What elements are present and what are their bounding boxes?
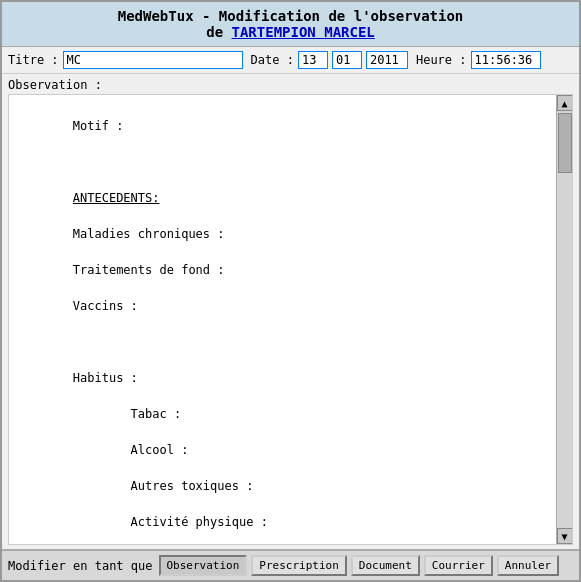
scrollbar-up-button[interactable]: ▲ — [557, 95, 573, 111]
obs-motif: Motif : — [73, 119, 124, 133]
scrollbar-track: ▲ ▼ — [556, 95, 572, 544]
title-line1: MedWebTux - Modification de l'observatio… — [6, 8, 575, 24]
obs-traitements-fond: Traitements de fond : — [73, 263, 225, 277]
form-row: Titre : Date : Heure : — [2, 47, 579, 74]
main-window: MedWebTux - Modification de l'observatio… — [0, 0, 581, 582]
patient-name-link[interactable]: TARTEMPION MARCEL — [232, 24, 375, 40]
obs-alcool: Alcool : — [73, 443, 189, 457]
date-year-input[interactable] — [366, 51, 408, 69]
obs-tabac: Tabac : — [73, 407, 181, 421]
title-bar: MedWebTux - Modification de l'observatio… — [2, 2, 579, 47]
obs-activite: Activité physique : — [73, 515, 268, 529]
titre-input[interactable] — [63, 51, 243, 69]
observation-button[interactable]: Observation — [159, 555, 248, 576]
date-group: Date : — [251, 51, 408, 69]
modifier-label: Modifier en tant que — [8, 559, 153, 573]
annuler-button[interactable]: Annuler — [497, 555, 559, 576]
titre-group: Titre : — [8, 51, 243, 69]
date-label: Date : — [251, 53, 294, 67]
observation-area: Observation : Motif : ANTECEDENTS: Malad… — [2, 74, 579, 549]
title-line2: de TARTEMPION MARCEL — [6, 24, 575, 40]
heure-input[interactable] — [471, 51, 541, 69]
date-month-input[interactable] — [332, 51, 362, 69]
heure-group: Heure : — [416, 51, 541, 69]
titre-label: Titre : — [8, 53, 59, 67]
heure-label: Heure : — [416, 53, 467, 67]
observation-scroll-container: Motif : ANTECEDENTS: Maladies chroniques… — [8, 94, 573, 545]
observation-label: Observation : — [8, 78, 573, 92]
prescription-button[interactable]: Prescription — [251, 555, 346, 576]
obs-toxiques: Autres toxiques : — [73, 479, 254, 493]
scrollbar-down-button[interactable]: ▼ — [557, 528, 573, 544]
obs-vaccins: Vaccins : — [73, 299, 138, 313]
bottom-bar: Modifier en tant que Observation Prescri… — [2, 549, 579, 580]
courrier-button[interactable]: Courrier — [424, 555, 493, 576]
date-day-input[interactable] — [298, 51, 328, 69]
observation-text[interactable]: Motif : ANTECEDENTS: Maladies chroniques… — [9, 95, 556, 544]
obs-habitus: Habitus : — [73, 371, 138, 385]
obs-antecedents-label: ANTECEDENTS: — [73, 191, 160, 205]
document-button[interactable]: Document — [351, 555, 420, 576]
scrollbar-thumb[interactable] — [558, 113, 572, 173]
obs-maladies: Maladies chroniques : — [73, 227, 225, 241]
